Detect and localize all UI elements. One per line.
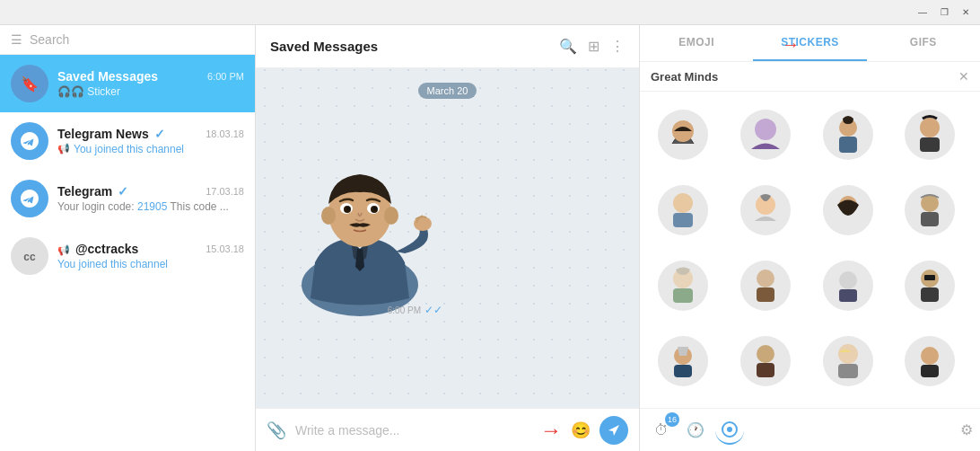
svg-point-12 — [373, 207, 377, 210]
svg-point-5 — [321, 207, 336, 225]
chat-name-cctracks: 📢 @cctracks — [57, 242, 138, 256]
sticker-timestamp: 6:00 PM ✓✓ — [388, 304, 442, 316]
chat-info-saved: Saved Messages 6:00 PM 🎧🎧 Sticker — [57, 69, 244, 98]
avatar-saved-messages: 🔖 — [11, 65, 48, 102]
avatar-telegram-news — [11, 122, 48, 160]
read-tick: ✓✓ — [424, 304, 442, 316]
chat-name-telegram: Telegram ✓ — [57, 184, 128, 199]
sticker-badge: 16 — [665, 412, 679, 427]
sticker-4[interactable] — [894, 99, 966, 171]
svg-rect-36 — [673, 288, 693, 303]
chat-name-saved: Saved Messages — [57, 69, 158, 84]
sticker-3[interactable] — [812, 99, 884, 171]
sticker-14[interactable] — [730, 325, 801, 397]
chat-list: 🔖 Saved Messages 6:00 PM 🎧🎧 Sticker — [0, 55, 255, 451]
arrow-indicator: → — [540, 418, 562, 443]
chat-time-saved: 6:00 PM — [207, 71, 244, 82]
sticker-8[interactable] — [894, 174, 966, 246]
svg-rect-23 — [920, 137, 940, 152]
svg-rect-58 — [921, 365, 939, 377]
svg-point-22 — [920, 118, 940, 137]
app-body: ☰ 🔖 Saved Messages 6:00 PM 🎧🎧 Sticker — [0, 25, 980, 451]
svg-rect-26 — [673, 213, 693, 227]
sticker-grid — [640, 92, 980, 408]
chat-item-cctracks[interactable]: cc 📢 @cctracks 15.03.18 You joined this … — [0, 227, 255, 285]
sticker-13[interactable] — [647, 325, 719, 397]
sticker-20[interactable] — [894, 401, 966, 408]
sticker-15[interactable] — [812, 325, 884, 397]
titlebar: — ❐ ✕ — [0, 0, 980, 25]
message-input[interactable] — [295, 423, 531, 438]
sticker-18[interactable] — [730, 401, 801, 408]
settings-button[interactable]: ⚙ — [960, 421, 973, 438]
sticker-2[interactable] — [730, 99, 801, 171]
clock-stickers-button[interactable]: 🕐 — [681, 416, 710, 445]
emoji-button[interactable]: 😊 — [571, 420, 591, 440]
sticker-11[interactable] — [812, 250, 884, 322]
svg-rect-33 — [921, 212, 939, 226]
chat-preview-tgnews: You joined this channel — [74, 143, 184, 155]
svg-point-51 — [757, 345, 774, 363]
sticker-17[interactable] — [647, 401, 719, 408]
svg-rect-42 — [839, 289, 857, 302]
search-bar: ☰ — [0, 25, 255, 55]
chat-info-tgnews: Telegram News ✓ 18.03.18 📢 You joined th… — [57, 127, 244, 155]
send-button[interactable] — [599, 416, 628, 445]
close-button[interactable]: ✕ — [958, 5, 973, 20]
sticker-bottom-bar: ⏱ 16 🕐 ⚙ — [640, 408, 980, 451]
sticker-10[interactable] — [730, 250, 801, 322]
svg-point-54 — [838, 344, 858, 364]
search-chat-icon[interactable]: 🔍 — [559, 38, 577, 55]
messages-area: March 20 — [256, 68, 639, 408]
avatar-cctracks: cc — [11, 237, 48, 275]
chat-item-telegram-news[interactable]: Telegram News ✓ 18.03.18 📢 You joined th… — [0, 112, 255, 170]
svg-point-17 — [755, 119, 776, 140]
minimize-button[interactable]: — — [915, 5, 930, 20]
hamburger-icon[interactable]: ☰ — [11, 32, 22, 47]
chat-preview-cctracks: You joined this channel — [57, 258, 244, 270]
search-input[interactable] — [30, 32, 244, 47]
sticker-1[interactable] — [647, 99, 719, 171]
chat-time-telegram: 17.03.18 — [206, 186, 244, 197]
sticker-6[interactable] — [730, 174, 801, 246]
chat-time-cctracks: 15.03.18 — [206, 243, 244, 254]
chat-header-title: Saved Messages — [270, 39, 548, 54]
avatar-telegram — [11, 180, 48, 217]
sticker-7[interactable] — [812, 174, 884, 246]
svg-point-11 — [346, 207, 350, 210]
date-badge: March 20 — [418, 83, 477, 99]
more-options-icon[interactable]: ⋮ — [610, 38, 625, 55]
sticker-9[interactable] — [647, 250, 719, 322]
tesla-sticker-svg — [270, 110, 450, 316]
sticker-5[interactable] — [647, 174, 719, 246]
sticker-12[interactable] — [894, 250, 966, 322]
svg-point-38 — [757, 270, 774, 287]
channel-icon-tgnews: 📢 — [57, 143, 70, 155]
chat-item-saved-messages[interactable]: 🔖 Saved Messages 6:00 PM 🎧🎧 Sticker — [0, 55, 255, 112]
sticker-tabs: EMOJI → STICKERS GIFS — [640, 25, 980, 62]
svg-point-25 — [673, 193, 693, 213]
pack-stickers-button[interactable] — [715, 416, 744, 445]
close-panel-button[interactable]: ✕ — [958, 69, 969, 84]
svg-rect-20 — [839, 137, 857, 153]
restore-button[interactable]: ❐ — [937, 5, 951, 20]
chat-item-telegram[interactable]: Telegram ✓ 17.03.18 Your login code: 219… — [0, 170, 255, 227]
sticker-19[interactable] — [812, 401, 884, 408]
chat-name-tgnews: Telegram News ✓ — [57, 127, 165, 141]
sticker-16[interactable] — [894, 325, 966, 397]
middle-panel: Saved Messages 🔍 ⊞ ⋮ March 20 — [256, 25, 639, 451]
chat-header: Saved Messages 🔍 ⊞ ⋮ — [256, 25, 639, 68]
tab-stickers[interactable]: STICKERS — [753, 25, 866, 61]
svg-rect-46 — [924, 275, 935, 280]
tab-emoji[interactable]: EMOJI — [640, 25, 753, 61]
tab-gifs[interactable]: GIFS — [867, 25, 980, 61]
recent-stickers-button[interactable]: ⏱ 16 — [647, 416, 676, 445]
svg-rect-45 — [921, 287, 939, 302]
input-bar: 📎 → 😊 — [256, 408, 639, 451]
chat-time-tgnews: 18.03.18 — [206, 128, 244, 139]
svg-point-6 — [384, 207, 398, 225]
chat-preview-saved: 🎧🎧 Sticker — [57, 85, 244, 98]
attach-button[interactable]: 📎 — [267, 420, 286, 440]
right-panel: EMOJI → STICKERS GIFS Great Minds ✕ — [639, 25, 980, 451]
split-view-icon[interactable]: ⊞ — [588, 38, 599, 55]
